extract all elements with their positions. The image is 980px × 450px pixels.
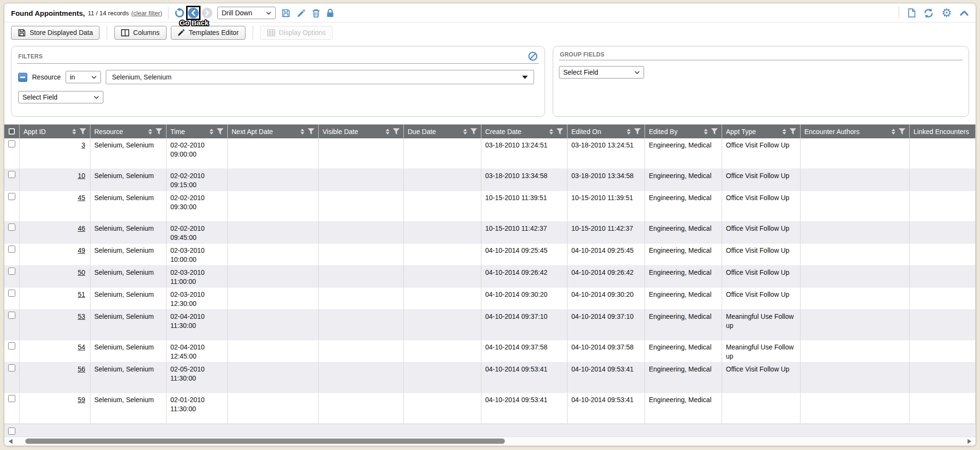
clear-filters-block-icon[interactable] (528, 51, 538, 61)
filter-funnel-icon[interactable] (217, 128, 223, 135)
appt-id-link[interactable]: 50 (78, 269, 85, 276)
table-row: 53Selenium, Selenium02-04-2010 11:30:000… (4, 310, 976, 340)
settings-gear-icon[interactable]: ⚙ (941, 8, 952, 18)
cell-next_apt_date (228, 191, 319, 221)
column-header-next_apt_date[interactable]: Next Apt Date (228, 124, 319, 138)
cell-visible_date (319, 244, 404, 265)
sort-icon[interactable] (72, 129, 76, 135)
row-checkbox[interactable] (8, 364, 15, 371)
appt-id-link[interactable]: 53 (78, 313, 85, 320)
sort-icon[interactable] (627, 129, 631, 135)
filter-funnel-icon[interactable] (790, 128, 796, 135)
cell-due_date (404, 340, 481, 362)
refresh-icon[interactable] (924, 8, 934, 18)
column-header-appt_id[interactable]: Appt ID (20, 124, 90, 138)
group-field-value: Select Field (563, 68, 598, 76)
horizontal-scrollbar[interactable] (4, 437, 976, 446)
display-options-button[interactable]: Display Options (260, 26, 333, 40)
filter-funnel-icon[interactable] (634, 128, 641, 135)
appt-id-link[interactable]: 49 (78, 247, 85, 254)
scroll-thumb[interactable] (25, 439, 505, 444)
store-displayed-data-button[interactable]: Store Displayed Data (11, 26, 100, 40)
column-header-create_date[interactable]: Create Date (481, 124, 568, 138)
filter-funnel-icon[interactable] (79, 128, 86, 135)
sort-icon[interactable] (782, 129, 786, 135)
appt-id-link[interactable]: 45 (78, 194, 85, 202)
row-checkbox[interactable] (8, 140, 15, 147)
appt-id-link[interactable]: 46 (78, 225, 85, 232)
row-checkbox[interactable] (8, 342, 15, 349)
filter-funnel-icon[interactable] (470, 128, 477, 135)
appt-id-link[interactable]: 56 (78, 365, 85, 373)
scroll-left-arrow[interactable] (9, 439, 12, 444)
filter-funnel-icon[interactable] (308, 128, 314, 135)
row-checkbox[interactable] (8, 171, 15, 178)
row-checkbox[interactable] (8, 290, 15, 297)
column-header-linked_encounters[interactable]: Linked Encounters (910, 124, 976, 138)
column-header-edited_by[interactable]: Edited By (645, 124, 722, 138)
sort-icon[interactable] (463, 129, 467, 135)
remove-filter-button[interactable] (18, 73, 27, 82)
filter-funnel-icon[interactable] (711, 128, 718, 135)
edit-pencil-icon[interactable] (297, 9, 306, 18)
sort-icon[interactable] (549, 129, 553, 135)
cell-edited_by: Engineering, Medical (645, 138, 722, 169)
cell-due_date (404, 288, 481, 309)
appt-id-link[interactable]: 54 (78, 343, 85, 351)
appt-id-link[interactable]: 3 (81, 141, 85, 149)
lock-icon[interactable] (326, 9, 334, 18)
column-header-time[interactable]: Time (167, 124, 228, 138)
row-checkbox[interactable] (8, 312, 15, 319)
sort-icon[interactable] (386, 129, 390, 135)
filter-funnel-icon[interactable] (899, 128, 905, 135)
table-row: 54Selenium, Selenium02-04-2010 12:45:000… (4, 340, 976, 362)
delete-trash-icon[interactable] (312, 9, 320, 18)
columns-button[interactable]: Columns (114, 26, 166, 40)
cell-appt_type: Office Visit Follow Up (722, 222, 801, 243)
cell-visible_date (319, 138, 404, 169)
clear-filter-link[interactable]: (clear filter) (131, 10, 162, 17)
cell-next_apt_date (228, 222, 319, 243)
row-checkbox[interactable] (8, 428, 15, 435)
filter-funnel-icon[interactable] (393, 128, 400, 135)
appt-id-link[interactable]: 10 (78, 172, 85, 180)
column-header-appt_type[interactable]: Appt Type (722, 124, 801, 138)
sort-icon[interactable] (301, 129, 304, 135)
add-filter-field-select[interactable]: Select Field (18, 91, 103, 103)
appt-id-link[interactable]: 51 (78, 291, 85, 298)
group-field-select[interactable]: Select Field (559, 66, 644, 79)
column-header-visible_date[interactable]: Visible Date (319, 124, 404, 138)
pencil-icon (178, 29, 185, 36)
go-back-button[interactable] (186, 6, 200, 20)
select-all-checkbox[interactable] (9, 128, 15, 135)
go-forward-button[interactable] (202, 8, 212, 18)
row-checkbox[interactable] (8, 246, 15, 253)
new-document-icon[interactable] (908, 8, 916, 18)
save-icon[interactable] (281, 9, 290, 18)
sort-icon[interactable] (891, 129, 895, 135)
scroll-right-arrow[interactable] (968, 439, 971, 444)
filter-funnel-icon[interactable] (557, 128, 563, 135)
row-checkbox[interactable] (8, 268, 15, 275)
collapse-chevron-up-icon[interactable] (959, 10, 969, 16)
undo-icon[interactable] (174, 8, 185, 18)
sort-icon[interactable] (704, 129, 708, 135)
filter-value-combo[interactable]: Selenium, Selenium (106, 70, 534, 84)
filter-funnel-icon[interactable] (156, 128, 162, 135)
sort-icon[interactable] (148, 129, 152, 135)
filter-operator-select[interactable]: in (66, 71, 101, 83)
drill-down-select[interactable]: Drill Down (217, 7, 276, 19)
column-header-resource[interactable]: Resource (90, 124, 167, 138)
cell-create_date: 04-10-2014 09:37:58 (481, 340, 568, 362)
select-all-checkbox-cell[interactable] (4, 124, 20, 138)
templates-editor-button[interactable]: Templates Editor (171, 26, 245, 40)
cell-edited_on: 04-10-2014 09:37:58 (568, 340, 645, 362)
row-checkbox[interactable] (8, 224, 15, 231)
column-header-encounter_authors[interactable]: Encounter Authors (801, 124, 910, 138)
appt-id-link[interactable]: 59 (78, 396, 85, 404)
row-checkbox[interactable] (8, 193, 15, 200)
column-header-edited_on[interactable]: Edited On (568, 124, 645, 138)
sort-icon[interactable] (210, 129, 213, 135)
row-checkbox[interactable] (8, 395, 15, 402)
column-header-due_date[interactable]: Due Date (404, 124, 481, 138)
